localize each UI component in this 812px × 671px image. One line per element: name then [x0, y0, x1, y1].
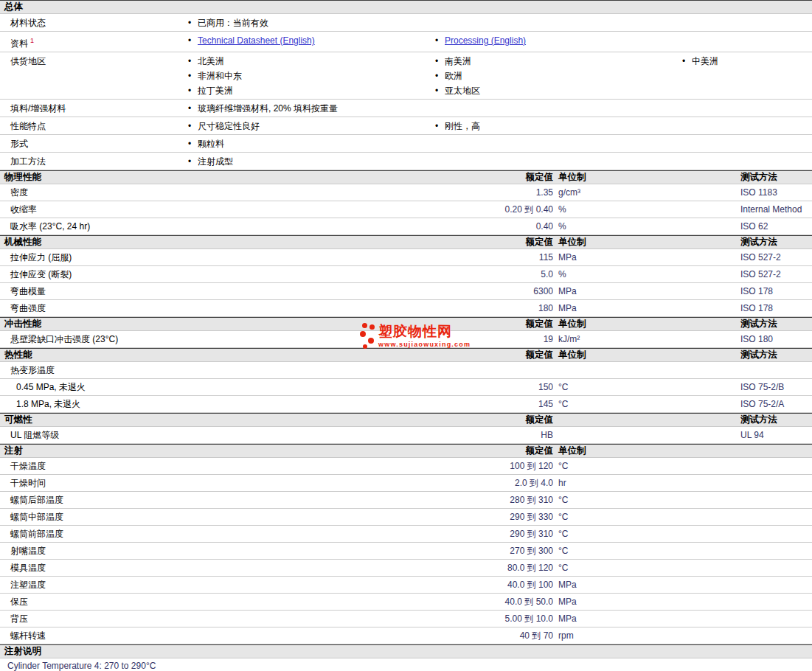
doc-link[interactable]: Technical Datasheet (English): [198, 35, 315, 46]
doc-link[interactable]: Processing (English): [445, 35, 526, 46]
row-label: 保压: [0, 596, 395, 608]
test-method-header: 测试方法: [740, 349, 812, 361]
bullet-icon: •: [188, 136, 198, 151]
unit-header: 单位制: [553, 318, 740, 330]
bullet-item: •欧洲: [435, 69, 672, 83]
rated-value-header: 额定值: [395, 445, 553, 457]
rated-value: 115: [395, 252, 553, 263]
bullet-column: •Technical Datasheet (English): [178, 33, 425, 48]
general-row: 加工方法•注射成型: [0, 153, 812, 170]
section-title: 总体: [0, 1, 395, 13]
row-label: 加工方法: [0, 154, 178, 169]
bullet-column: •颗粒料: [178, 136, 812, 151]
test-method: ISO 75-2/B: [740, 382, 812, 392]
rated-value-header: 额定值: [395, 236, 553, 248]
general-row: 性能特点•尺寸稳定性良好•刚性，高: [0, 117, 812, 135]
general-row: 填料/增强材料•玻璃纤维增强材料, 20% 填料按重量: [0, 100, 812, 117]
unit-value: °C: [553, 399, 740, 409]
section-title: 机械性能: [0, 236, 395, 248]
bullet-column: •中美洲: [672, 54, 812, 69]
row-label: 悬壁梁缺口冲击强度 (23°C): [0, 333, 395, 346]
property-row: UL 阻燃等级HBUL 94: [0, 427, 812, 444]
unit-value: °C: [553, 529, 740, 539]
property-row: 射嘴温度270 到 300°C: [0, 543, 812, 560]
test-method-header: 测试方法: [740, 414, 812, 426]
property-row: 拉伸应力 (屈服)115MPaISO 527-2: [0, 249, 812, 266]
section-title: 注射说明: [0, 645, 395, 658]
bullet-column: •Processing (English): [425, 33, 812, 48]
unit-value: MPa: [553, 597, 740, 607]
bullet-item-label: 颗粒料: [198, 139, 224, 149]
general-row: 供货地区•北美洲•非洲和中东•拉丁美洲•南美洲•欧洲•亚太地区•中美洲: [0, 52, 812, 100]
bullet-item: •颗粒料: [188, 136, 812, 151]
bullet-item: •拉丁美洲: [188, 83, 425, 98]
property-row: 注塑温度40.0 到 100MPa: [0, 577, 812, 594]
rated-value: 40 到 70: [395, 630, 553, 642]
test-method: ISO 178: [740, 286, 812, 296]
section-title: 热性能: [0, 349, 395, 361]
rated-value: 2.0 到 4.0: [395, 477, 553, 490]
test-method: UL 94: [740, 430, 812, 440]
rated-value: 19: [395, 334, 553, 344]
unit-value: °C: [553, 382, 740, 392]
unit-value: °C: [553, 546, 740, 556]
note-text: Cylinder Temperature 4: 270 to 290°C: [0, 661, 156, 671]
section-title: 物理性能: [0, 171, 395, 184]
test-method-header: 测试方法: [740, 236, 812, 248]
row-label: 吸水率 (23°C, 24 hr): [0, 220, 395, 233]
rated-value: 145: [395, 399, 553, 409]
test-method-header: 测试方法: [740, 318, 812, 330]
row-label: 螺筒前部温度: [0, 528, 395, 540]
property-row: 0.45 MPa, 未退火150°CISO 75-2/B: [0, 379, 812, 396]
bullet-column: •北美洲•非洲和中东•拉丁美洲: [178, 54, 425, 98]
unit-header: 单位制: [553, 171, 740, 184]
notes-row: Cylinder Temperature 4: 270 to 290°C: [0, 658, 812, 671]
bullet-icon: •: [188, 101, 198, 116]
unit-value: °C: [553, 495, 740, 505]
section-header-general: 总体: [0, 0, 812, 14]
unit-value: g/cm³: [553, 187, 740, 198]
bullet-item-label: 中美洲: [692, 56, 718, 66]
rated-value: 180: [395, 303, 553, 313]
unit-header: 单位制: [553, 349, 740, 361]
rated-value-header: 额定值: [395, 349, 553, 361]
unit-value: %: [553, 269, 740, 279]
property-row: 模具温度80.0 到 120°C: [0, 560, 812, 577]
property-row: 螺筒后部温度280 到 310°C: [0, 492, 812, 509]
bullet-icon: •: [435, 83, 445, 98]
rated-value: 5.00 到 10.0: [395, 613, 553, 625]
rated-value: 0.20 到 0.40: [395, 204, 553, 216]
section-header-notes: 注射说明: [0, 644, 812, 658]
bullet-icon: •: [188, 119, 198, 133]
section-title: 可燃性: [0, 414, 395, 426]
bullet-icon: •: [188, 154, 198, 169]
unit-header: 单位制: [553, 445, 740, 457]
bullet-icon: •: [188, 69, 198, 83]
section-header: 冲击性能额定值单位制测试方法: [0, 317, 812, 331]
rated-value: 0.40: [395, 221, 553, 232]
test-method: ISO 1183: [740, 187, 812, 198]
bullet-item-label: 亚太地区: [445, 86, 480, 96]
datasheet-table: 总体材料状态•已商用：当前有效资料1•Technical Datasheet (…: [0, 0, 812, 671]
property-row: 螺杆转速40 到 70rpm: [0, 627, 812, 644]
unit-value: %: [553, 221, 740, 232]
unit-value: °C: [553, 563, 740, 573]
bullet-icon: •: [435, 54, 445, 69]
row-label: 收缩率: [0, 204, 395, 216]
section-header: 机械性能额定值单位制测试方法: [0, 235, 812, 249]
unit-value: rpm: [553, 630, 740, 641]
property-row: 拉伸应变 (断裂)5.0%ISO 527-2: [0, 266, 812, 283]
row-label: 填料/增强材料: [0, 101, 178, 116]
rated-value: 40.0 到 50.0: [395, 596, 553, 608]
bullet-item: •Processing (English): [435, 33, 812, 48]
rated-value: 290 到 330: [395, 511, 553, 524]
unit-value: °C: [553, 512, 740, 522]
row-label: 热变形温度: [0, 364, 395, 377]
property-row: 密度1.35g/cm³ISO 1183: [0, 184, 812, 201]
property-row: 1.8 MPa, 未退火145°CISO 75-2/A: [0, 396, 812, 413]
bullet-item: •刚性，高: [435, 119, 812, 133]
bullet-item: •已商用：当前有效: [188, 15, 812, 30]
rated-value-header: 额定值: [395, 414, 553, 426]
bullet-item-label: 欧洲: [445, 71, 462, 81]
section-title: 冲击性能: [0, 318, 395, 330]
